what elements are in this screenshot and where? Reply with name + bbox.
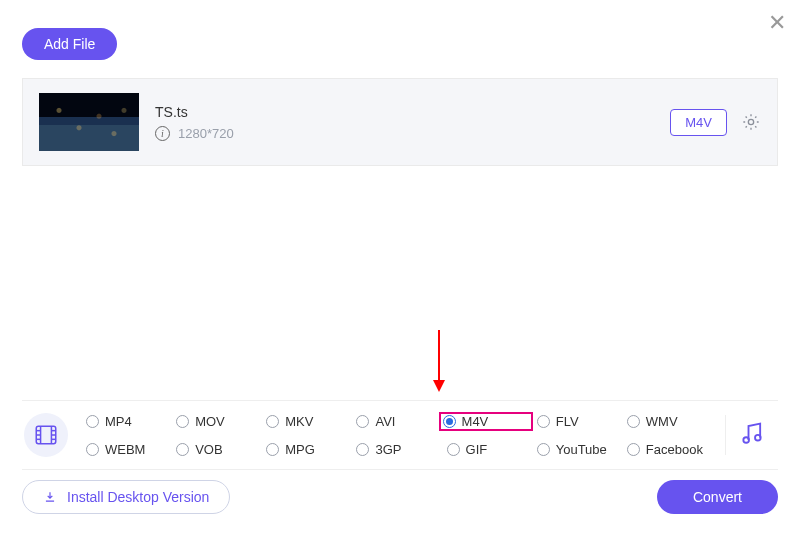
format-option-mkv[interactable]: MKV bbox=[262, 413, 352, 430]
file-format-button[interactable]: M4V bbox=[670, 109, 727, 136]
format-label: MOV bbox=[195, 414, 225, 429]
radio-icon bbox=[356, 443, 369, 456]
radio-icon bbox=[627, 415, 640, 428]
format-option-webm[interactable]: WEBM bbox=[82, 441, 172, 458]
format-label: 3GP bbox=[375, 442, 401, 457]
format-option-mp4[interactable]: MP4 bbox=[82, 413, 172, 430]
file-name: TS.ts bbox=[155, 104, 670, 120]
add-file-button[interactable]: Add File bbox=[22, 28, 117, 60]
svg-point-13 bbox=[755, 435, 761, 441]
format-option-youtube[interactable]: YouTube bbox=[533, 441, 623, 458]
convert-button[interactable]: Convert bbox=[657, 480, 778, 514]
format-label: M4V bbox=[462, 414, 489, 429]
radio-icon bbox=[443, 415, 456, 428]
file-thumbnail[interactable] bbox=[39, 93, 139, 151]
formats-grid: MP4 MOV MKV AVI M4V FLV WMV WEBM VOB MPG… bbox=[82, 409, 713, 461]
format-label: MKV bbox=[285, 414, 313, 429]
footer-bar: Install Desktop Version Convert bbox=[22, 480, 778, 514]
format-label: Facebook bbox=[646, 442, 703, 457]
radio-icon bbox=[266, 415, 279, 428]
format-label: AVI bbox=[375, 414, 395, 429]
install-desktop-button[interactable]: Install Desktop Version bbox=[22, 480, 230, 514]
format-label: MPG bbox=[285, 442, 315, 457]
svg-point-0 bbox=[748, 119, 753, 124]
format-option-3gp[interactable]: 3GP bbox=[352, 441, 442, 458]
info-icon[interactable]: i bbox=[155, 126, 170, 141]
radio-icon bbox=[176, 443, 189, 456]
file-resolution: 1280*720 bbox=[178, 126, 234, 141]
format-label: GIF bbox=[466, 442, 488, 457]
svg-point-12 bbox=[743, 437, 749, 443]
radio-icon bbox=[537, 443, 550, 456]
annotation-arrow-icon bbox=[429, 328, 449, 394]
format-option-m4v[interactable]: M4V bbox=[439, 412, 533, 431]
radio-icon bbox=[266, 443, 279, 456]
gear-icon[interactable] bbox=[741, 112, 761, 132]
format-option-mpg[interactable]: MPG bbox=[262, 441, 352, 458]
svg-marker-2 bbox=[433, 380, 445, 392]
radio-icon bbox=[356, 415, 369, 428]
format-label: YouTube bbox=[556, 442, 607, 457]
radio-icon bbox=[176, 415, 189, 428]
radio-icon bbox=[86, 443, 99, 456]
file-meta: TS.ts i 1280*720 bbox=[155, 104, 670, 141]
format-option-flv[interactable]: FLV bbox=[533, 413, 623, 430]
format-option-facebook[interactable]: Facebook bbox=[623, 441, 713, 458]
format-label: MP4 bbox=[105, 414, 132, 429]
format-option-avi[interactable]: AVI bbox=[352, 413, 442, 430]
format-option-gif[interactable]: GIF bbox=[443, 441, 533, 458]
format-label: WEBM bbox=[105, 442, 145, 457]
format-option-mov[interactable]: MOV bbox=[172, 413, 262, 430]
divider bbox=[725, 415, 726, 455]
audio-formats-icon[interactable] bbox=[738, 419, 772, 451]
video-formats-icon[interactable] bbox=[24, 413, 68, 457]
format-label: FLV bbox=[556, 414, 579, 429]
close-icon[interactable]: ✕ bbox=[768, 10, 786, 36]
install-label: Install Desktop Version bbox=[67, 489, 209, 505]
format-label: WMV bbox=[646, 414, 678, 429]
file-row: TS.ts i 1280*720 M4V bbox=[22, 78, 778, 166]
radio-icon bbox=[86, 415, 99, 428]
radio-icon bbox=[447, 443, 460, 456]
format-panel: MP4 MOV MKV AVI M4V FLV WMV WEBM VOB MPG… bbox=[22, 400, 778, 470]
radio-icon bbox=[537, 415, 550, 428]
format-option-vob[interactable]: VOB bbox=[172, 441, 262, 458]
format-option-wmv[interactable]: WMV bbox=[623, 413, 713, 430]
format-label: VOB bbox=[195, 442, 222, 457]
download-icon bbox=[43, 490, 57, 504]
radio-icon bbox=[627, 443, 640, 456]
